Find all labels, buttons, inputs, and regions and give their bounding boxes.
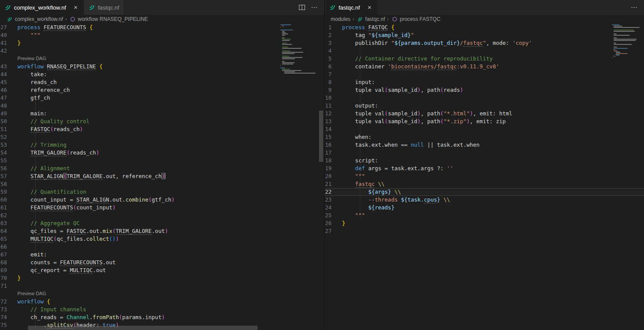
code-line[interactable]: 15 when: [325,133,644,141]
breadcrumb-item-symbol[interactable]: process FASTQC [391,16,440,23]
code-line[interactable]: 49 main: [0,110,324,118]
breadcrumb-item-file[interactable]: complex_workflow.nf [6,16,63,23]
code-line[interactable]: 53 // Trimming [0,141,324,149]
code-line[interactable]: 23 --threads ${task.cpus} \\ [325,196,644,204]
tab-fastqc-right[interactable]: fastqc.nf × [325,0,378,15]
editor-right[interactable]: 1process FASTQC {2 tag "${sample_id}"3 p… [325,24,644,330]
minimap-left[interactable] [280,24,317,74]
code-line[interactable]: 71 [0,282,324,290]
code-line[interactable]: 27 [325,227,644,235]
code-line[interactable]: 50 // Quality control [0,118,324,125]
scrollbar-thumb-horizontal[interactable] [28,326,258,330]
breadcrumb-label: fastqc.nf [365,16,385,22]
minimap-line [616,54,620,55]
code-line[interactable]: 24 ${reads} [325,204,644,212]
code-line[interactable]: 73 // Input channels [0,306,324,313]
code-line[interactable]: 57 STAR_ALIGN(TRIM_GALORE.out, reference… [0,172,324,180]
line-number: 21 [325,180,342,188]
code-line[interactable]: 5 // Container directive for reproducibi… [325,55,644,63]
breadcrumb-item-symbol[interactable]: workflow RNASEQ_PIPELINE [69,16,148,23]
code-line[interactable]: 61 FEATURECOUNTS(count_input) [0,204,324,212]
text-cursor [165,173,166,179]
code-line[interactable]: 60 count_input = STAR_ALIGN.out.combine(… [0,196,324,204]
code-line[interactable]: 2 tag "${sample_id}" [325,31,644,39]
more-actions-icon[interactable]: ⋯ [309,2,320,13]
code-token: ( [63,173,67,179]
code-line[interactable]: 4 [325,47,644,55]
code-line[interactable]: 27process FEATURECOUNTS { [0,24,324,31]
code-line[interactable]: 54 TRIM_GALORE(reads_ch) [0,149,324,157]
code-line[interactable]: 41} [0,39,324,47]
code-token [342,189,368,195]
minimap-right[interactable] [612,24,636,60]
code-line[interactable]: 66 [0,243,324,251]
more-actions-icon[interactable]: ⋯ [628,2,640,13]
code-token: count_input [76,204,112,211]
code-line[interactable]: 62 [0,212,324,219]
code-line[interactable]: 43workflow RNASEQ_PIPELINE { [0,63,324,71]
code-line[interactable]: 19 def args = task.ext.args ?: '' [325,165,644,172]
code-line[interactable]: 18 script: [325,157,644,165]
code-line[interactable]: 45 reads_ch [0,78,324,86]
tab-complex-workflow[interactable]: complex_workflow.nf × [0,0,84,15]
codelens-label[interactable]: Preview DAG [17,55,324,63]
code-line[interactable]: 9 tuple val(sample_id), path(reads) [325,86,644,94]
code-line[interactable]: 7 [325,71,644,78]
codelens-label[interactable]: Preview DAG [17,290,324,298]
code-line[interactable]: 65 MULTIQC(qc_files.collect()) [0,235,324,243]
code-line[interactable]: 1process FASTQC { [325,24,644,31]
code-token: workflow [17,298,44,305]
code-line[interactable]: 56 // Alignment [0,165,324,172]
code-line[interactable]: 69 qc_report = MULTIQC.out [0,266,324,274]
code-line[interactable]: 74 ch_reads = Channel.fromPath(params.in… [0,313,324,321]
codelens[interactable]: Preview DAG [0,290,324,298]
code-line[interactable]: 44 take: [0,71,324,78]
code-line[interactable]: 64 qc_files = FASTQC.out.mix(TRIM_GALORE… [0,227,324,235]
split-editor-icon[interactable] [296,2,308,13]
code-line[interactable]: 10 [325,94,644,102]
minimap-line [282,39,291,40]
code-token: ${sample_id} [372,32,411,38]
code-line[interactable]: 11 output: [325,102,644,110]
minimap-line [282,47,288,47]
code-line[interactable]: 8 input: [325,78,644,86]
code-token: // Aggregate QC [17,220,80,226]
close-icon[interactable]: × [72,4,79,11]
tab-fastqc-left[interactable]: fastqc.nf [84,0,124,15]
code-line[interactable]: 40 """ [0,31,324,39]
code-line[interactable]: 21 fastqc \\ [325,180,644,188]
code-line[interactable]: 17 [325,149,644,157]
code-line[interactable]: 26} [325,219,644,227]
code-line[interactable]: 13 tuple val(sample_id), path("*.zip"), … [325,118,644,125]
minimap-line [282,69,290,70]
codelens[interactable]: Preview DAG [0,55,324,63]
code-line[interactable]: 63 // Aggregate QC [0,219,324,227]
code-line[interactable]: 51 FASTQC(reads_ch) [0,125,324,133]
code-line[interactable]: 42 [0,47,324,55]
code-line[interactable]: 20 """ [325,172,644,180]
breadcrumb-item-folder[interactable]: modules [331,16,350,22]
code-line[interactable]: 6 container 'biocontainers/fastqc:v0.11.… [325,63,644,71]
code-line[interactable]: 67 emit: [0,251,324,259]
code-line[interactable]: 22 ${args} \\ [325,188,644,196]
code-line[interactable]: 25 """ [325,212,644,219]
close-icon[interactable]: × [366,4,373,11]
code-line[interactable]: 55 [0,157,324,165]
code-line[interactable]: 14 [325,125,644,133]
code-line[interactable]: 70} [0,274,324,282]
code-line[interactable]: 59 // Quantification [0,188,324,196]
breadcrumb-item-file[interactable]: fastqc.nf [356,16,385,23]
code-line[interactable]: 58 [0,180,324,188]
editor-left[interactable]: 27process FEATURECOUNTS {40 """41}42Prev… [0,24,324,330]
code-line[interactable]: 68 counts = FEATURECOUNTS.out [0,259,324,266]
scrollbar-thumb-vertical[interactable] [319,111,323,162]
code-line[interactable]: 46 reference_ch [0,86,324,94]
code-line[interactable]: 47 gtf_ch [0,94,324,102]
minimap-line [282,62,295,63]
code-line[interactable]: 12 tuple val(sample_id), path("*.html"),… [325,110,644,118]
code-line[interactable]: 72workflow { [0,298,324,306]
code-line[interactable]: 16 task.ext.when == null || task.ext.whe… [325,141,644,149]
code-line[interactable]: 3 publishDir "${params.output_dir}/fastq… [325,39,644,47]
code-line[interactable]: 48 [0,102,324,110]
code-line[interactable]: 52 [0,133,324,141]
